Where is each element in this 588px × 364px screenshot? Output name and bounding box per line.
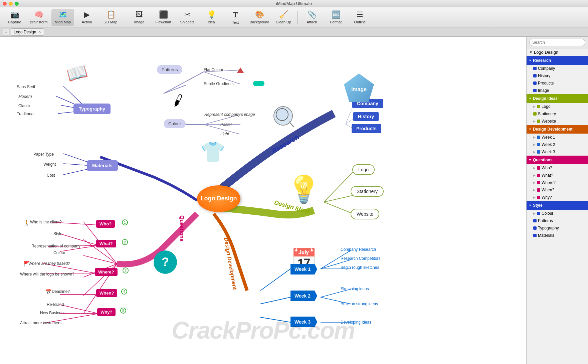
- snippets-button[interactable]: ✂ Snippets: [176, 9, 199, 26]
- sidebar-section-research[interactable]: ▼ Research: [527, 56, 588, 65]
- leaf-rough-sketches[interactable]: Begin rough sketches: [341, 265, 379, 270]
- leaf-cost[interactable]: Cost: [47, 173, 55, 178]
- person-icon: 🚶: [23, 219, 30, 226]
- sidebar-item-when[interactable]: ▶ When?: [527, 186, 588, 194]
- leaf-flat-colour[interactable]: Flat Colour: [204, 67, 223, 72]
- sidebar-item-materials[interactable]: Materials: [527, 232, 588, 239]
- leaf-who-client[interactable]: Who is the client?: [30, 220, 62, 224]
- when-node[interactable]: When?: [96, 289, 117, 297]
- sidebar-item-stationery[interactable]: Stationery: [527, 110, 588, 118]
- sidebar-item-history[interactable]: History: [527, 72, 588, 79]
- sidebar-item-what[interactable]: ▶ What?: [527, 172, 588, 179]
- week2-node[interactable]: Week 2: [290, 291, 317, 301]
- what-sidebar-label: What?: [542, 173, 553, 178]
- colour-node[interactable]: Colour: [164, 119, 186, 128]
- sidebar-item-patterns[interactable]: Patterns: [527, 217, 588, 224]
- brainstorm-button[interactable]: 🧠 Brainstorm: [27, 9, 50, 26]
- sidebar-section-design-ideas[interactable]: ▼ Design Ideas: [527, 94, 588, 103]
- patterns-node[interactable]: Patterns: [157, 65, 182, 74]
- design-ideas-chevron: ▼: [529, 97, 532, 100]
- sidebar-item-products[interactable]: Products: [527, 79, 588, 87]
- image-button[interactable]: 🖼 Image: [128, 9, 151, 26]
- history-node[interactable]: History: [353, 112, 379, 121]
- products-node[interactable]: Products: [352, 124, 381, 133]
- canvas[interactable]: Logo Design 📖 Typography Sans Serif Mode…: [0, 37, 526, 364]
- stationery-node[interactable]: Stationery: [351, 186, 384, 197]
- sidebar-item-image[interactable]: Image: [527, 87, 588, 94]
- leaf-new-business[interactable]: New Business: [40, 311, 65, 315]
- gradients-toggle[interactable]: [253, 81, 264, 86]
- maximize-button[interactable]: [15, 2, 19, 6]
- cleanup-button[interactable]: 🧹 Clean Up: [272, 9, 295, 26]
- leaf-style[interactable]: Style: [53, 231, 62, 236]
- leaf-sketching-ideas[interactable]: Sketching ideas: [341, 287, 369, 291]
- sidebar-item-where[interactable]: ▶ Where?: [527, 179, 588, 186]
- week3-node[interactable]: Week 3: [290, 317, 317, 327]
- leaf-classic[interactable]: Classic: [18, 104, 31, 108]
- leaf-attract[interactable]: Attract more customers: [20, 321, 61, 325]
- sidebar-item-logo[interactable]: ▶ Logo: [527, 103, 588, 110]
- leaf-deadline[interactable]: Deadline?: [52, 289, 70, 294]
- sidebar-item-week1[interactable]: ▶ Week 1: [527, 134, 588, 141]
- sidebar-item-colour[interactable]: ▶ Colour: [527, 210, 588, 217]
- leaf-subtle-gradients[interactable]: Subtle Gradients: [204, 81, 233, 86]
- minimize-button[interactable]: [9, 2, 13, 6]
- leaf-light[interactable]: Light: [220, 132, 229, 136]
- materials-node[interactable]: Materials: [87, 160, 118, 171]
- leaf-logo-shown[interactable]: Where will the logo be shown?: [20, 272, 74, 277]
- leaf-research-competitors[interactable]: Research Competitors: [341, 256, 380, 261]
- sidebar-collapse-icon[interactable]: ▼: [529, 50, 533, 54]
- leaf-rep-company[interactable]: Representation of company: [31, 244, 80, 248]
- sidebar-item-week2[interactable]: ▶ Week 2: [527, 141, 588, 148]
- logo-design-node[interactable]: Logo: [352, 164, 375, 175]
- company-dot: [533, 67, 537, 70]
- sidebar-item-week3[interactable]: ▶ Week 3: [527, 148, 588, 156]
- sidebar-item-website[interactable]: ▶ Website: [527, 118, 588, 125]
- why-node[interactable]: Why?: [97, 308, 116, 316]
- website-node[interactable]: Website: [351, 209, 379, 219]
- leaf-where-based[interactable]: Where are they based?: [28, 261, 70, 266]
- leaf-developing-ideas[interactable]: Developing ideas: [341, 320, 371, 325]
- 2dmap-button[interactable]: 📋 2D Map: [100, 9, 122, 26]
- leaf-company-research[interactable]: Company Research: [341, 247, 376, 252]
- leaf-represent[interactable]: Represent company's image: [204, 112, 255, 117]
- leaf-traditional[interactable]: Traditonal: [17, 112, 34, 116]
- sidebar-section-design-dev[interactable]: ▼ Design Development: [527, 125, 588, 134]
- who-node[interactable]: Who?: [96, 220, 115, 228]
- attach-button[interactable]: 📎 Attach: [301, 9, 323, 26]
- typography-node[interactable]: Typography: [73, 104, 111, 114]
- outline-button[interactable]: ☰ Outline: [349, 9, 371, 26]
- background-button[interactable]: 🎨 Background: [248, 9, 271, 26]
- week1-node[interactable]: Week 1: [290, 264, 317, 275]
- leaf-rebrand[interactable]: Re-Brand: [47, 302, 64, 307]
- sidebar-section-questions[interactable]: ▼ Questions: [527, 156, 588, 164]
- mindmap-button[interactable]: 🗺️ Mind Map: [51, 9, 74, 26]
- idea-button[interactable]: 💡 Idea: [200, 9, 223, 26]
- leaf-paper-type[interactable]: Paper Type: [33, 152, 54, 157]
- capture-button[interactable]: 📷 Capture: [3, 9, 26, 26]
- leaf-pastel[interactable]: Pastel: [220, 122, 231, 127]
- sidebar-item-typography[interactable]: Typography: [527, 224, 588, 232]
- tab-logo-design[interactable]: Logo Design ✕: [11, 28, 44, 36]
- search-input[interactable]: [529, 39, 585, 46]
- sidebar-item-company[interactable]: Company: [527, 65, 588, 72]
- flowchart-button[interactable]: ⬛ Flowchart: [152, 9, 175, 26]
- what-node[interactable]: What?: [96, 240, 116, 247]
- text-button[interactable]: T Text: [224, 9, 247, 26]
- leaf-modern[interactable]: Modern: [18, 94, 32, 99]
- leaf-colour-what[interactable]: Colour: [53, 250, 65, 255]
- image-pentagon[interactable]: Image: [344, 73, 374, 102]
- format-button[interactable]: 🔤 Format: [325, 9, 347, 26]
- add-tab-button[interactable]: +: [3, 29, 9, 35]
- leaf-sans-serif[interactable]: Sans Serif: [17, 84, 35, 89]
- where-node[interactable]: Where?: [95, 268, 118, 276]
- close-button[interactable]: [3, 2, 7, 6]
- tab-close-icon[interactable]: ✕: [38, 30, 41, 34]
- sidebar-section-style[interactable]: ▼ Style: [527, 201, 588, 210]
- sidebar-item-why[interactable]: ▶ Why?: [527, 194, 588, 201]
- central-node[interactable]: Logo Design: [197, 185, 240, 212]
- sidebar-item-who[interactable]: ▶ Who?: [527, 164, 588, 172]
- action-button[interactable]: ▶ Action: [75, 9, 98, 26]
- leaf-strong-ideas[interactable]: Build on strong ideas: [341, 302, 378, 306]
- leaf-weight[interactable]: Weight: [43, 162, 56, 167]
